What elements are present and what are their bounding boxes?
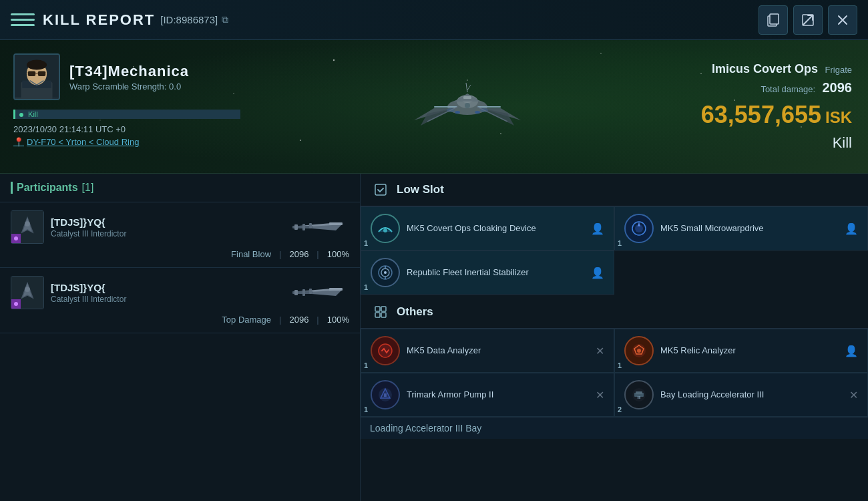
equipment-item: 1 MK5 Small Microwarpdrive 👤 xyxy=(614,206,868,251)
damage-row: Total damage: 2096 xyxy=(761,80,852,96)
svg-rect-42 xyxy=(302,224,305,230)
kill-banner: [T34]Mechanica Warp Scramble Strength: 0… xyxy=(0,40,868,174)
ship-display xyxy=(254,40,681,173)
svg-rect-60 xyxy=(375,307,380,311)
participants-header: Participants [1] xyxy=(0,174,360,202)
svg-line-35 xyxy=(466,83,467,92)
low-slot-grid: 1 MK5 Covert Ops Cloaking Device 👤 1 xyxy=(361,206,868,295)
svg-rect-49 xyxy=(302,289,305,296)
avatar-image xyxy=(15,55,59,99)
participant-card: [TDJS]}YQ{ Catalyst III Interdictor xyxy=(0,268,360,333)
export-button[interactable] xyxy=(793,5,823,35)
close-button[interactable] xyxy=(828,5,857,35)
svg-point-57 xyxy=(384,271,387,274)
copy-button[interactable] xyxy=(758,5,788,35)
svg-rect-19 xyxy=(28,71,35,76)
svg-rect-27 xyxy=(434,106,457,108)
item-icon-cloaking xyxy=(371,214,400,243)
svg-rect-51 xyxy=(375,184,386,195)
svg-rect-41 xyxy=(294,224,298,230)
kill-stats: Imicus Covert Ops Frigate Total damage: … xyxy=(681,40,868,173)
person-icon-3: 👤 xyxy=(591,267,604,279)
ship-svg xyxy=(394,53,541,160)
copy-icon: ⧉ xyxy=(222,14,228,25)
svg-point-38 xyxy=(25,221,30,226)
svg-point-45 xyxy=(25,287,30,292)
others-icon xyxy=(371,303,390,321)
participant-card: [TDJS]}YQ{ Catalyst III Interdictor xyxy=(0,202,360,268)
low-slot-icon xyxy=(371,180,390,199)
participant-rank-2 xyxy=(11,299,21,309)
pilot-details: [T34]Mechanica Warp Scramble Strength: 0… xyxy=(69,63,240,92)
item-icon-relic-analyzer xyxy=(624,336,654,365)
item-icon-data-analyzer xyxy=(371,336,400,365)
header-accent xyxy=(11,182,13,194)
svg-rect-29 xyxy=(463,96,471,99)
person-icon: 👤 xyxy=(591,222,604,235)
participant-avatar xyxy=(11,210,44,244)
equipment-item: 1 MK5 Covert Ops Cloaking Device 👤 xyxy=(361,206,614,251)
page-title: KILL REPORT xyxy=(43,11,155,29)
item-icon-trimark: II xyxy=(371,380,400,409)
bottom-loading-text: Loading Accelerator III Bay xyxy=(361,417,868,439)
kill-id: [ID:8986873] xyxy=(160,14,218,25)
svg-text:II: II xyxy=(384,393,387,397)
participant-top: [TDJS]}YQ{ Catalyst III Interdictor xyxy=(11,210,349,244)
kill-location[interactable]: 📍 DY-F70 < Yrton < Cloud Ring xyxy=(13,137,240,147)
svg-rect-46 xyxy=(329,288,343,291)
participant-stats-2: Top Damage | 2096 | 100% xyxy=(11,315,349,325)
x-icon-3: ✕ xyxy=(849,389,858,401)
header-actions xyxy=(758,5,857,35)
kill-datetime: 2023/10/30 21:14:11 UTC +0 xyxy=(13,124,240,134)
warp-scramble-stat: Warp Scramble Strength: 0.0 xyxy=(69,81,240,92)
ship-name-type: Imicus Covert Ops Frigate xyxy=(712,62,852,76)
equipment-item-trimark: 1 II Trimark Armor Pump II ✕ xyxy=(361,373,614,417)
menu-button[interactable] xyxy=(11,8,35,32)
svg-point-32 xyxy=(475,111,480,114)
item-icon-mwd xyxy=(624,214,654,243)
svg-text:III: III xyxy=(637,395,640,399)
low-slot-header: Low Slot xyxy=(361,174,868,206)
svg-rect-20 xyxy=(38,71,45,76)
location-pin-icon: 📍 xyxy=(13,137,24,147)
x-icon: ✕ xyxy=(596,345,604,357)
participant-top: [TDJS]}YQ{ Catalyst III Interdictor xyxy=(11,276,349,309)
equipment-item-relic-analyzer: 1 MK5 Relic Analyzer 👤 xyxy=(614,329,868,373)
svg-point-18 xyxy=(27,59,47,69)
pilot-avatar xyxy=(13,53,60,100)
svg-rect-1 xyxy=(770,14,779,24)
svg-rect-73 xyxy=(636,391,642,394)
participant-weapon-icon-2 xyxy=(289,276,349,309)
person-icon-4: 👤 xyxy=(845,345,858,357)
svg-rect-61 xyxy=(381,307,386,311)
svg-point-30 xyxy=(465,103,470,108)
pilot-row: [T34]Mechanica Warp Scramble Strength: 0… xyxy=(13,53,240,100)
svg-rect-62 xyxy=(375,313,380,317)
rank-dot xyxy=(14,236,18,240)
header: KILL REPORT [ID:8986873] ⧉ xyxy=(0,0,868,40)
participant-info-2: [TDJS]}YQ{ Catalyst III Interdictor xyxy=(51,282,282,304)
kill-badge: Kill xyxy=(13,110,240,119)
item-icon-stabilizer xyxy=(371,258,400,287)
rank-dot-2 xyxy=(14,302,18,306)
svg-point-68 xyxy=(637,349,641,353)
svg-rect-28 xyxy=(477,106,501,108)
svg-rect-50 xyxy=(309,289,312,294)
svg-line-36 xyxy=(467,85,471,90)
svg-rect-63 xyxy=(381,313,386,317)
participant-weapon-icon xyxy=(289,210,349,244)
main-content: Participants [1] xyxy=(0,174,868,501)
participant-avatar xyxy=(11,276,44,309)
equipment-item: 1 Republic Fleet Inertial Stabilizer 👤 xyxy=(361,251,614,295)
equipment-item-data-analyzer: 1 MK5 Data Analyzer ✕ xyxy=(361,329,614,373)
participants-panel: Participants [1] xyxy=(0,174,361,501)
svg-point-31 xyxy=(455,111,460,114)
equipment-panel: Low Slot 1 MK5 Covert Ops Cloaking Devic… xyxy=(361,174,868,501)
equipment-item-bay-loader: 2 III Bay Loading Accelerator III ✕ xyxy=(614,373,868,417)
svg-point-52 xyxy=(383,228,387,232)
pilot-name: [T34]Mechanica xyxy=(69,63,240,80)
svg-rect-43 xyxy=(309,223,312,228)
svg-rect-48 xyxy=(294,290,298,295)
person-icon-2: 👤 xyxy=(845,222,858,235)
participant-stats: Final Blow | 2096 | 100% xyxy=(11,249,349,259)
